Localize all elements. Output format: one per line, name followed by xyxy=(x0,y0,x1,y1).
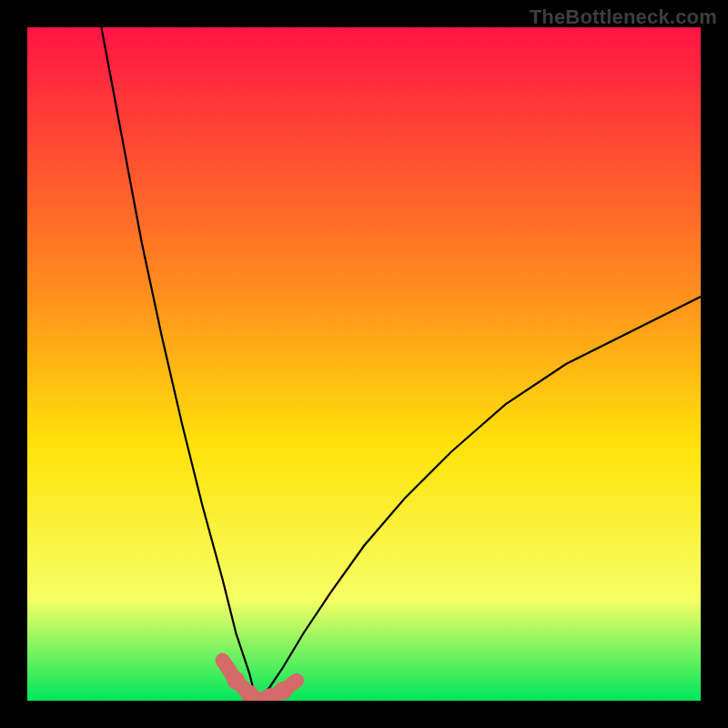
optimal-marker xyxy=(227,672,245,690)
optimal-marker xyxy=(274,682,292,700)
gradient-background xyxy=(27,27,701,701)
optimal-marker xyxy=(290,674,303,687)
optimal-marker xyxy=(217,654,229,667)
chart-frame: TheBottleneck.com xyxy=(0,0,728,728)
watermark-text: TheBottleneck.com xyxy=(530,5,717,29)
chart-svg xyxy=(27,27,701,701)
plot-area xyxy=(27,27,701,701)
